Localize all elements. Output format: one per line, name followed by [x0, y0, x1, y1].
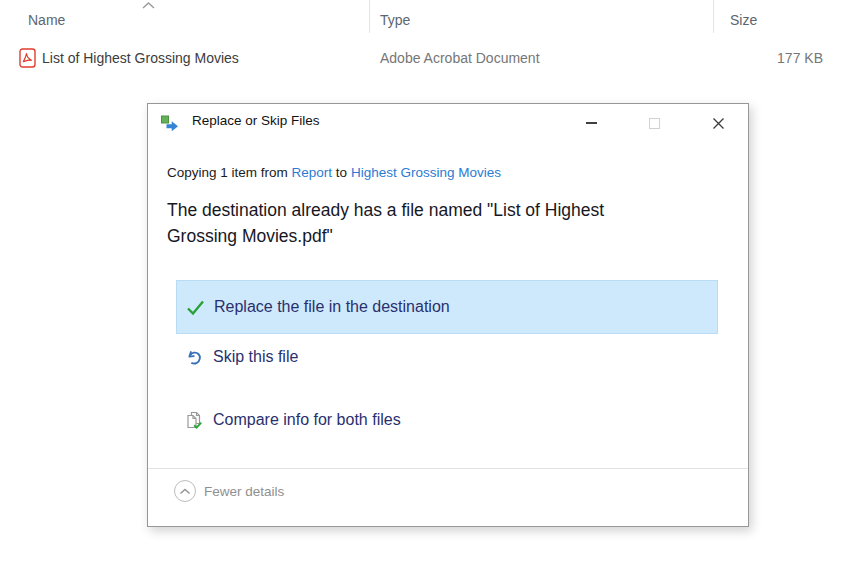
column-divider — [713, 0, 714, 33]
status-prefix: Copying 1 item from — [167, 165, 288, 180]
destination-folder-link[interactable]: Highest Grossing Movies — [351, 165, 501, 180]
chevron-up-icon — [174, 480, 196, 502]
skip-option-label: Skip this file — [213, 348, 298, 366]
dialog-title-bar[interactable]: Replace or Skip Files — [148, 104, 748, 138]
file-name: List of Highest Grossing Movies — [42, 50, 239, 66]
skip-icon — [185, 348, 204, 367]
column-header-size[interactable]: Size — [730, 12, 757, 28]
file-size: 177 KB — [713, 50, 823, 66]
maximize-icon — [649, 118, 660, 129]
sort-ascending-icon — [141, 1, 156, 10]
conflict-message: The destination already has a file named… — [167, 197, 667, 249]
replace-option[interactable]: Replace the file in the destination — [176, 280, 718, 334]
dialog-title: Replace or Skip Files — [192, 113, 320, 128]
fewer-details-button[interactable]: Fewer details — [174, 480, 284, 502]
maximize-button-disabled — [632, 108, 676, 138]
status-connector: to — [336, 165, 347, 180]
file-type: Adobe Acrobat Document — [380, 50, 540, 66]
copy-status-line: Copying 1 item from Report to Highest Gr… — [167, 165, 501, 180]
compare-icon — [185, 411, 204, 430]
pdf-file-icon — [19, 48, 36, 68]
file-explorer-list: Name Type Size List of Highest Grossing … — [0, 0, 850, 100]
close-icon — [712, 117, 725, 130]
check-icon — [186, 298, 205, 317]
dialog-footer: Fewer details — [148, 469, 748, 527]
skip-option[interactable]: Skip this file — [176, 341, 718, 373]
replace-or-skip-dialog: Replace or Skip Files Copying 1 item fro… — [147, 103, 749, 527]
column-header-type[interactable]: Type — [380, 12, 410, 28]
column-divider — [369, 0, 370, 33]
copy-files-icon — [161, 115, 179, 131]
replace-option-label: Replace the file in the destination — [214, 298, 450, 316]
fewer-details-label: Fewer details — [204, 484, 284, 499]
file-row-pdf[interactable]: List of Highest Grossing Movies Adobe Ac… — [0, 46, 850, 72]
source-folder-link[interactable]: Report — [292, 165, 333, 180]
minimize-button[interactable] — [569, 108, 613, 138]
close-button[interactable] — [696, 108, 740, 138]
compare-option[interactable]: Compare info for both files — [176, 404, 718, 436]
column-header-name[interactable]: Name — [28, 12, 65, 28]
minimize-icon — [586, 122, 597, 124]
compare-option-label: Compare info for both files — [213, 411, 401, 429]
